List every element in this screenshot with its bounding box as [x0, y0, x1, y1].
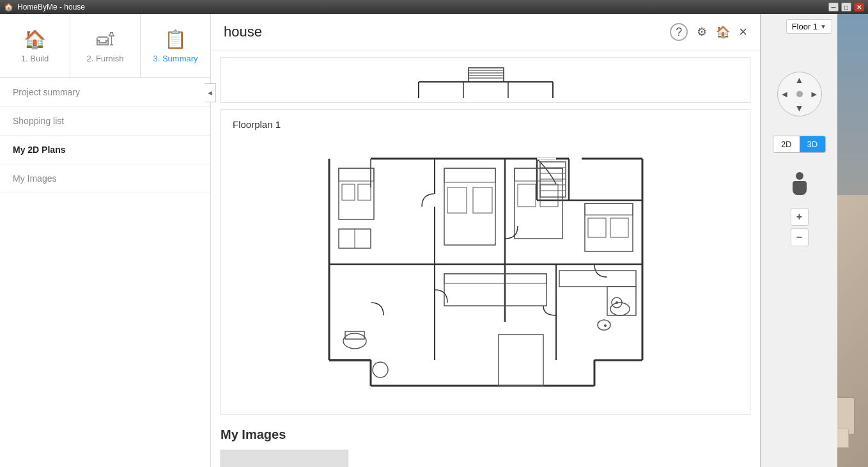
- maximize-button[interactable]: □: [841, 3, 851, 12]
- sidebar-item-project-summary[interactable]: Project summary: [0, 78, 210, 107]
- images-section: My Images: [211, 421, 760, 467]
- window-title: HomeByMe - house: [17, 3, 85, 12]
- image-thumbnail[interactable]: [221, 450, 348, 467]
- close-window-button[interactable]: ✕: [854, 3, 864, 12]
- minimize-button[interactable]: ─: [828, 3, 839, 12]
- right-panel: Floor 1 ▼ ▲ ◄ ► ▼ 2D 3D: [761, 14, 837, 467]
- floorplan-section: Floorplan 1: [221, 109, 750, 415]
- sidebar: 🏠 1. Build 🛋 2. Furnish 📋 3. Summary Pro…: [0, 14, 211, 467]
- sidebar-item-shopping-list[interactable]: Shopping list: [0, 107, 210, 136]
- tab-build[interactable]: 🏠 1. Build: [0, 14, 70, 77]
- svg-point-65: [604, 324, 607, 327]
- build-icon: 🏠: [24, 29, 46, 50]
- sidebar-item-my-images[interactable]: My Images: [0, 164, 210, 193]
- app-icon: 🏠: [4, 3, 13, 12]
- titlebar-controls: ─ □ ✕: [828, 3, 864, 12]
- nav-right-button[interactable]: ►: [810, 89, 819, 99]
- modal-panel: house ? ⚙ 🏠 ×: [211, 14, 761, 467]
- view-3d-button[interactable]: 3D: [800, 136, 826, 152]
- floorplan-svg: [320, 136, 652, 405]
- nav-left-button[interactable]: ◄: [780, 89, 789, 99]
- nav-tabs: 🏠 1. Build 🛋 2. Furnish 📋 3. Summary: [0, 14, 210, 78]
- zoom-controls: + −: [791, 208, 809, 246]
- furnish-icon: 🛋: [97, 29, 114, 50]
- person-body-icon: [793, 181, 807, 195]
- sidebar-item-my-2d-plans[interactable]: My 2D Plans: [0, 136, 210, 164]
- tab-furnish[interactable]: 🛋 2. Furnish: [70, 14, 141, 77]
- person-head-icon: [796, 172, 803, 180]
- 3d-fixture-2: [837, 429, 849, 448]
- summary-icon: 📋: [164, 29, 187, 50]
- tab-summary-label: 3. Summary: [153, 54, 198, 63]
- collapse-sidebar-button[interactable]: ◄: [205, 83, 216, 102]
- settings-button[interactable]: ⚙: [697, 26, 707, 38]
- titlebar-title: 🏠 HomeByMe - house: [4, 3, 85, 12]
- tab-build-label: 1. Build: [21, 54, 49, 63]
- person-control: [793, 172, 807, 195]
- zoom-in-button[interactable]: +: [791, 208, 809, 226]
- nav-cross: ▲ ◄ ► ▼: [777, 72, 822, 116]
- help-button[interactable]: ?: [670, 23, 688, 41]
- sidebar-menu: Project summary Shopping list My 2D Plan…: [0, 78, 210, 467]
- nav-center: [796, 91, 803, 97]
- nav-up-button[interactable]: ▲: [795, 75, 804, 85]
- tab-furnish-label: 2. Furnish: [87, 54, 124, 63]
- nav-cross-circle: ▲ ◄ ► ▼: [777, 72, 822, 116]
- view-toggle: 2D 3D: [773, 136, 826, 153]
- 3d-view: [837, 14, 868, 467]
- close-modal-button[interactable]: ×: [739, 25, 747, 39]
- floor-selector[interactable]: Floor 1 ▼: [786, 19, 832, 34]
- app-body: 🏠 1. Build 🛋 2. Furnish 📋 3. Summary Pro…: [0, 14, 868, 467]
- svg-rect-5: [469, 68, 504, 82]
- modal-title: house: [224, 24, 262, 40]
- window-titlebar: 🏠 HomeByMe - house ─ □ ✕: [0, 0, 868, 14]
- floorplan-label: Floorplan 1: [230, 119, 741, 130]
- images-title: My Images: [221, 427, 750, 442]
- nav-down-button[interactable]: ▼: [795, 103, 804, 113]
- partial-floorplan-svg: [412, 63, 559, 98]
- home-button[interactable]: 🏠: [716, 26, 730, 38]
- main-content: house ? ⚙ 🏠 ×: [211, 14, 868, 467]
- top-partial-plan: [221, 57, 750, 103]
- view-2d-button[interactable]: 2D: [773, 136, 800, 152]
- floor-chevron-icon: ▼: [820, 23, 826, 30]
- modal-header: house ? ⚙ 🏠 ×: [211, 14, 760, 51]
- zoom-out-button[interactable]: −: [791, 228, 809, 246]
- plan-full-content: Floorplan 1: [221, 110, 750, 414]
- tab-summary[interactable]: 📋 3. Summary: [141, 14, 210, 77]
- partial-plan-content: [221, 58, 750, 102]
